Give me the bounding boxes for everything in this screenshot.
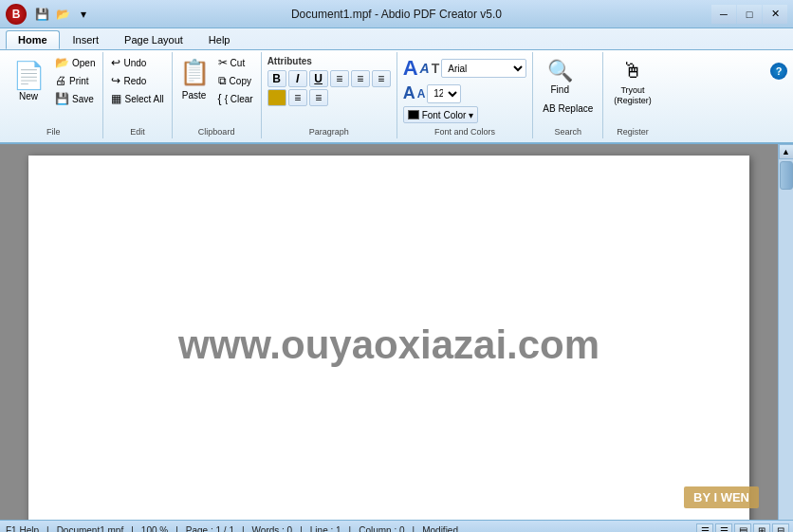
list3-button[interactable]: ≡ <box>372 70 391 87</box>
replace-label: Replace <box>559 103 594 114</box>
file-group-label: File <box>8 125 99 137</box>
content-row: www.ouyaoxiazai.com BY I WEN ▲ ▼ <box>0 144 793 532</box>
scroll-thumb[interactable] <box>780 161 793 190</box>
open-icon: 📂 <box>55 56 69 69</box>
window-controls: ─ □ ✕ <box>711 5 787 24</box>
list1-button[interactable]: ≡ <box>330 70 349 87</box>
ribbon-group-attributes: Attributes B I U ≡ ≡ ≡ ≡ ≡ Paragraph <box>262 52 397 138</box>
new-button[interactable]: 📄 New <box>8 54 49 109</box>
help-circle[interactable]: ? <box>770 63 787 80</box>
clipboard-group-label: Clipboard <box>176 125 257 137</box>
save-button[interactable]: 💾 Save <box>51 90 99 107</box>
status-separator7: | <box>413 525 415 532</box>
cut-button[interactable]: ✂ Cut <box>214 54 257 71</box>
quick-open-button[interactable]: 📂 <box>53 6 72 23</box>
status-doc: Document1.mpf <box>57 525 124 532</box>
status-zoom: 100 % <box>141 525 168 532</box>
align-right-button[interactable]: ≡ <box>309 89 328 106</box>
watermark-text: www.ouyaoxiazai.com <box>178 322 599 368</box>
italic-button[interactable]: I <box>288 70 307 87</box>
scroll-track[interactable] <box>779 159 793 531</box>
font-a-icon: A <box>403 56 418 81</box>
color1-button[interactable] <box>267 89 286 106</box>
undo-button[interactable]: ↩ Undo <box>107 54 167 71</box>
save-label: Save <box>72 94 94 104</box>
minimize-button[interactable]: ─ <box>711 5 736 24</box>
undo-label: Undo <box>123 58 146 68</box>
select-all-button[interactable]: ▦ Select All <box>107 90 167 107</box>
select-all-label: Select All <box>124 94 163 104</box>
scroll-up-button[interactable]: ▲ <box>779 144 794 159</box>
format-buttons-row: B I U ≡ ≡ ≡ <box>267 70 391 87</box>
status-page: Page : 1 / 1 <box>186 525 234 532</box>
paste-label: Paste <box>182 90 207 101</box>
vertical-scrollbar[interactable]: ▲ ▼ <box>778 144 793 532</box>
ribbon-group-edit: ↩ Undo ↪ Redo ▦ Select All Edit <box>103 52 172 138</box>
font-name-row: A A T Arial Times New Roman Courier New <box>403 56 527 81</box>
align-left-button[interactable]: ≡ <box>288 89 307 106</box>
ribbon-group-search: 🔍 Find AB Replace Search <box>533 52 603 138</box>
status-right-buttons: ☰ ☰ ▤ ⊞ ⊟ <box>696 523 789 533</box>
register-group-content: 🖱 Tryout(Register) <box>607 54 658 125</box>
ribbon-group-font: A A T Arial Times New Roman Courier New … <box>397 52 534 138</box>
font-color-button[interactable]: Font Color ▾ <box>403 106 479 123</box>
redo-button[interactable]: ↪ Redo <box>107 72 167 89</box>
undo-icon: ↩ <box>111 56 120 69</box>
register-icon: 🖱 <box>622 59 643 83</box>
find-button[interactable]: 🔍 Find <box>539 56 581 98</box>
list2-button[interactable]: ≡ <box>351 70 370 87</box>
status-modified: Modified <box>422 525 458 532</box>
status-btn3[interactable]: ▤ <box>734 523 751 533</box>
status-separator1: | <box>46 525 49 532</box>
font-name-select[interactable]: Arial Times New Roman Courier New <box>441 59 526 78</box>
underline-button[interactable]: U <box>309 70 328 87</box>
select-all-icon: ▦ <box>111 92 121 105</box>
replace-icon: AB <box>543 103 555 114</box>
status-btn4[interactable]: ⊞ <box>753 523 770 533</box>
edit-small-buttons: ↩ Undo ↪ Redo ▦ Select All <box>107 54 167 107</box>
clear-label: { Clear <box>225 94 253 104</box>
ribbon-group-file: 📄 New 📂 Open 🖨 Print 💾 Save <box>4 52 103 138</box>
replace-button[interactable]: AB Replace <box>539 100 597 117</box>
tab-home[interactable]: Home <box>6 30 60 49</box>
attributes-title: Attributes <box>267 56 391 66</box>
bold-button[interactable]: B <box>267 70 286 87</box>
copy-icon: ⧉ <box>218 74 227 87</box>
copy-button[interactable]: ⧉ Copy <box>214 72 257 89</box>
status-btn2[interactable]: ☰ <box>715 523 732 533</box>
font-size-select[interactable]: 12 8 10 14 16 18 24 36 <box>427 84 461 103</box>
quick-save-button[interactable]: 💾 <box>32 6 51 23</box>
tab-insert[interactable]: Insert <box>61 30 112 49</box>
tryout-label: Tryout(Register) <box>614 85 652 106</box>
cut-icon: ✂ <box>218 56 228 69</box>
clear-button[interactable]: { { Clear <box>214 90 257 107</box>
close-button[interactable]: ✕ <box>763 5 787 24</box>
find-label: Find <box>550 84 568 95</box>
status-separator2: | <box>131 525 134 532</box>
quick-access-toolbar: 💾 📂 ▾ <box>32 6 93 23</box>
open-button[interactable]: 📂 Open <box>51 54 99 71</box>
tab-page-layout[interactable]: Page Layout <box>112 30 195 49</box>
font-group-label: Font and Colors <box>401 125 529 137</box>
tab-help[interactable]: Help <box>196 30 243 49</box>
maximize-button[interactable]: □ <box>737 5 762 24</box>
font-group-content: A A T Arial Times New Roman Courier New … <box>401 54 529 125</box>
font-size-icon-small: A <box>417 87 426 101</box>
app-logo: B <box>6 4 27 25</box>
document-page[interactable]: www.ouyaoxiazai.com <box>28 156 749 532</box>
file-group-content: 📄 New 📂 Open 🖨 Print 💾 Save <box>8 54 99 125</box>
font-color-arrow: ▾ <box>469 110 473 120</box>
main-area: www.ouyaoxiazai.com BY I WEN ▲ ▼ ◀ ▶ <box>0 144 793 520</box>
quick-dropdown-button[interactable]: ▾ <box>74 6 93 23</box>
status-separator6: | <box>349 525 352 532</box>
new-icon: 📄 <box>12 63 46 89</box>
font-ai-icon: A <box>420 61 430 76</box>
status-btn1[interactable]: ☰ <box>696 523 713 533</box>
paste-button[interactable]: 📋 <box>176 54 212 90</box>
status-btn5[interactable]: ⊟ <box>772 523 789 533</box>
new-label: New <box>19 91 38 101</box>
search-group-label: Search <box>537 125 599 137</box>
cut-label: Cut <box>231 58 246 68</box>
tryout-button[interactable]: 🖱 Tryout(Register) <box>607 54 658 111</box>
print-button[interactable]: 🖨 Print <box>51 72 99 89</box>
